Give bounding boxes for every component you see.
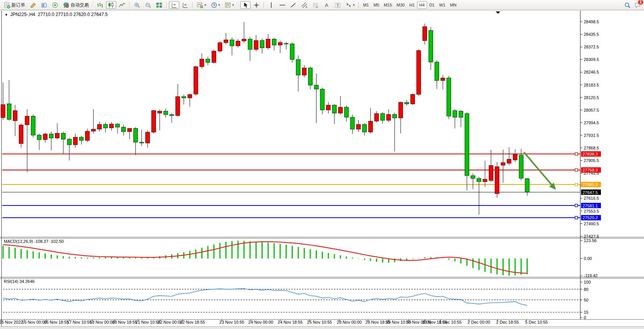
notifications-button[interactable]: 1 — [634, 2, 641, 8]
cursor-tool-button[interactable] — [240, 1, 251, 9]
candle-body — [507, 159, 511, 164]
candle-body — [260, 40, 264, 48]
candle-body — [182, 96, 186, 98]
candle-body — [200, 59, 204, 67]
candle-body — [525, 179, 529, 192]
periods-button[interactable]: ▾ — [209, 1, 222, 9]
hline-handle[interactable] — [575, 204, 578, 207]
timeframe-m1[interactable]: M1 — [361, 1, 371, 9]
candle-body — [501, 163, 505, 165]
zoom-in-button[interactable] — [132, 1, 142, 9]
timeframe-mn[interactable]: MN — [448, 1, 459, 9]
candle-body — [248, 39, 252, 49]
indicators-button[interactable]: ▾ — [195, 1, 208, 9]
window-left-border — [1, 11, 2, 326]
candle-body — [236, 41, 240, 46]
candle-body — [368, 121, 373, 132]
candle-body — [344, 107, 348, 117]
tile-windows-button[interactable] — [154, 1, 164, 9]
chart-title[interactable]: ▼JPN225-,H4 27710.0 27710.0 27620.0 2764… — [5, 12, 108, 17]
candle-body — [398, 102, 403, 118]
candle-body — [224, 40, 228, 43]
chart-ohlc-values: 27710.0 27710.0 27620.0 27647.5 — [38, 12, 108, 17]
candle-body — [157, 111, 162, 113]
candle-body — [290, 44, 294, 59]
timeframe-m5[interactable]: M5 — [371, 1, 381, 9]
vertical-line-tool[interactable] — [266, 1, 276, 9]
timeframe-m30[interactable]: M30 — [394, 1, 407, 9]
candle-body — [411, 94, 415, 104]
horizontal-line-icon — [279, 2, 286, 8]
fibonacci-icon: F — [312, 2, 319, 8]
notification-count-badge: 1 — [638, 0, 643, 5]
candle-body — [61, 133, 66, 139]
search-icon[interactable] — [624, 2, 631, 8]
chart-shift-button[interactable] — [169, 1, 179, 9]
arrows-tool[interactable]: ▾ — [344, 1, 357, 9]
candle-body — [206, 59, 210, 63]
candle-body — [146, 132, 150, 143]
candle-body — [43, 134, 47, 140]
time-axis-label: 24 Nov 00:00 — [248, 320, 273, 324]
price-tick-label: 27994.5 — [584, 120, 599, 125]
templates-button[interactable]: ▾ — [223, 1, 236, 9]
svg-text:F: F — [316, 6, 318, 8]
toolbar-grip — [92, 2, 93, 8]
crosshair-tool-button[interactable] — [251, 1, 262, 9]
candle-body — [320, 89, 324, 110]
candle-body — [85, 131, 90, 140]
candle-body — [308, 68, 312, 85]
templates-icon — [225, 2, 231, 8]
auto-scroll-button[interactable] — [180, 1, 190, 9]
candle-body — [230, 40, 234, 46]
window-bottom-strip — [0, 326, 644, 329]
timeframe-w1[interactable]: W1 — [437, 1, 448, 9]
bar-chart-button[interactable] — [95, 1, 105, 9]
candle-body — [326, 105, 331, 110]
price-line-badge-value: 27581.1 — [583, 204, 598, 208]
autotrading-button[interactable]: 自动交易 — [61, 1, 91, 9]
candle-body — [103, 124, 108, 128]
timeframe-m15[interactable]: M15 — [382, 1, 394, 9]
timeframe-d1[interactable]: D1 — [427, 1, 437, 9]
chart-canvas[interactable]: 28498.528435.528372.528309.528246.528183… — [0, 0, 644, 329]
candle-body — [374, 114, 379, 121]
zoom-out-button[interactable] — [143, 1, 153, 9]
candle-body — [459, 111, 463, 117]
candle-body — [435, 62, 439, 80]
fibonacci-tool[interactable]: F — [310, 1, 321, 9]
rsi-tick-label: 100 — [584, 280, 591, 284]
timeframe-h1[interactable]: H1 — [407, 1, 417, 9]
rsi-indicator-label: RSI(14) 34.2646 — [4, 279, 35, 284]
hline-handle[interactable] — [575, 183, 578, 186]
candle-body — [519, 155, 523, 178]
trendline-tool[interactable] — [288, 1, 299, 9]
text-label-tool[interactable]: T — [332, 1, 343, 9]
hline-handle[interactable] — [575, 169, 578, 171]
candle-body — [116, 124, 120, 127]
indicators-icon — [197, 2, 203, 8]
chart-title-expander-icon[interactable]: ▼ — [5, 13, 8, 17]
candle-body — [7, 104, 11, 119]
timeframe-h4[interactable]: H4 — [417, 1, 427, 9]
hline-handle[interactable] — [575, 152, 578, 155]
hline-handle[interactable] — [575, 216, 578, 219]
candle-body — [387, 114, 391, 120]
candle-body — [97, 124, 101, 129]
market-watch-button[interactable] — [28, 1, 38, 9]
text-tool[interactable]: A — [321, 1, 332, 9]
candle-body — [37, 135, 41, 140]
candle-body — [19, 125, 23, 144]
horizontal-line-tool[interactable] — [277, 1, 287, 9]
price-tick-label: 28057.5 — [584, 108, 599, 112]
data-window-button[interactable] — [39, 1, 49, 9]
channel-tool[interactable]: E — [299, 1, 310, 9]
candle-body — [314, 85, 318, 89]
candlestick-chart-button[interactable] — [106, 1, 116, 9]
price-tick-label: 28246.5 — [584, 70, 599, 74]
candle-body — [357, 124, 361, 129]
line-chart-button[interactable] — [117, 1, 127, 9]
new-order-button[interactable]: 新订单 — [2, 1, 27, 9]
chart-symbol-period: JPN225-,H4 — [10, 12, 35, 17]
navigator-button[interactable] — [50, 1, 60, 9]
